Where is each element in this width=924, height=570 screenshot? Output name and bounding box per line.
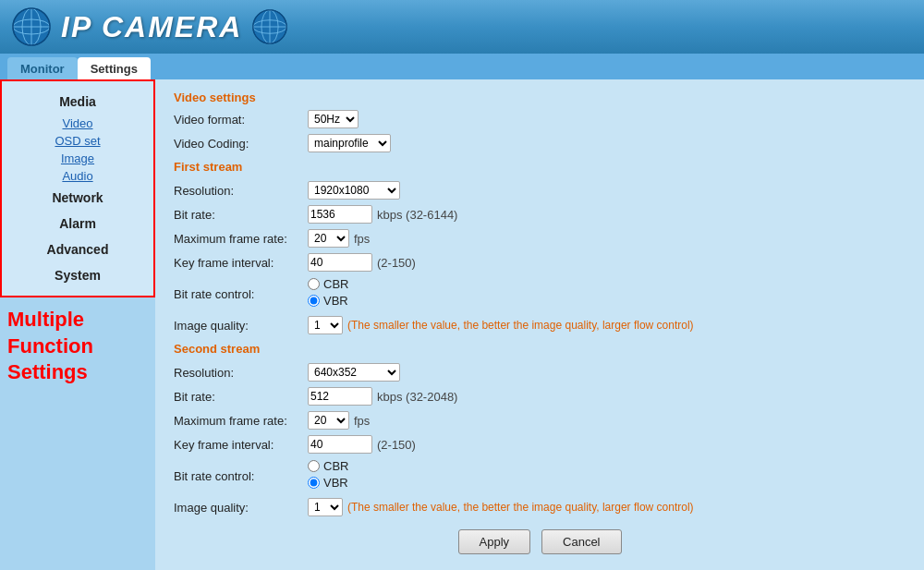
second-bitrate-control-row: Bit rate control: CBR VBR: [174, 459, 906, 492]
first-maxfps-label: Maximum frame rate:: [174, 232, 308, 246]
second-quality-hint: (The smaller the value, the better the i…: [347, 501, 694, 514]
video-format-label: Video format:: [174, 113, 308, 127]
first-keyframe-label: Key frame interval:: [174, 256, 308, 270]
second-bitrate-label: Bit rate:: [174, 390, 308, 404]
first-vbr-row: VBR: [308, 294, 348, 308]
app-title: IP CAMERA: [61, 10, 242, 44]
first-cbr-radio[interactable]: [308, 278, 320, 290]
second-stream-title: Second stream: [174, 342, 906, 356]
sidebar-section-system: System: [2, 262, 153, 288]
second-bitrate-control-label: Bit rate control:: [174, 469, 308, 483]
second-resolution-select[interactable]: 640x352 320x240 160x120: [308, 363, 400, 382]
second-cbr-row: CBR: [308, 459, 348, 473]
second-cbr-radio[interactable]: [308, 460, 320, 472]
second-maxfps-unit: fps: [354, 414, 370, 428]
first-keyframe-unit: (2-150): [377, 256, 416, 270]
sidebar-section-advanced: Advanced: [2, 236, 153, 262]
second-resolution-row: Resolution: 640x352 320x240 160x120: [174, 363, 906, 382]
second-quality-select[interactable]: 123456: [308, 498, 343, 516]
first-maxfps-unit: fps: [354, 232, 370, 246]
second-quality-label: Image quality:: [174, 501, 308, 515]
sidebar-section-alarm: Alarm: [2, 211, 153, 236]
first-keyframe-row: Key frame interval: (2-150): [174, 253, 906, 272]
first-cbr-label: CBR: [323, 277, 348, 291]
second-bitrate-input[interactable]: [308, 387, 372, 406]
first-maxfps-row: Maximum frame rate: 151015202530 fps: [174, 229, 906, 248]
second-bitrate-control-options: CBR VBR: [308, 459, 348, 492]
first-vbr-radio[interactable]: [308, 295, 320, 307]
apply-button[interactable]: Apply: [458, 529, 531, 554]
first-maxfps-select[interactable]: 151015202530: [308, 229, 349, 248]
video-settings-title: Video settings: [174, 91, 906, 104]
second-keyframe-row: Key frame interval: (2-150): [174, 435, 906, 454]
main-area: Media Video OSD set Image Audio Network …: [0, 79, 924, 570]
sidebar: Media Video OSD set Image Audio Network …: [0, 79, 155, 297]
sidebar-link-osdset[interactable]: OSD set: [2, 132, 153, 150]
content-area: Video settings Video format: 50Hz 60Hz V…: [155, 79, 924, 570]
second-bitrate-unit: kbps (32-2048): [377, 390, 457, 404]
second-resolution-label: Resolution:: [174, 366, 308, 380]
second-vbr-label: VBR: [323, 476, 348, 490]
sidebar-link-image[interactable]: Image: [2, 150, 153, 167]
second-maxfps-row: Maximum frame rate: 151015202530 fps: [174, 411, 906, 430]
second-vbr-radio[interactable]: [308, 477, 320, 489]
first-quality-label: Image quality:: [174, 319, 308, 333]
second-maxfps-label: Maximum frame rate:: [174, 414, 308, 428]
first-bitrate-control-row: Bit rate control: CBR VBR: [174, 277, 906, 310]
header: IP CAMERA: [0, 0, 924, 54]
first-keyframe-input[interactable]: [308, 253, 372, 272]
tab-settings[interactable]: Settings: [78, 57, 151, 79]
first-resolution-row: Resolution: 1920x1080 1280x720 640x480: [174, 181, 906, 200]
second-keyframe-label: Key frame interval:: [174, 438, 308, 452]
sidebar-link-audio[interactable]: Audio: [2, 167, 153, 185]
video-coding-row: Video Coding: mainprofile baseline high: [174, 134, 906, 152]
first-bitrate-control-label: Bit rate control:: [174, 287, 308, 301]
first-vbr-label: VBR: [323, 294, 348, 308]
sidebar-annotation: Multiple FunctionSettings: [0, 297, 155, 395]
first-bitrate-row: Bit rate: kbps (32-6144): [174, 205, 906, 224]
second-vbr-row: VBR: [308, 476, 348, 490]
video-format-row: Video format: 50Hz 60Hz: [174, 110, 906, 128]
second-keyframe-input[interactable]: [308, 435, 372, 454]
first-cbr-row: CBR: [308, 277, 348, 291]
globe-icon-left: [11, 6, 52, 47]
second-keyframe-unit: (2-150): [377, 438, 416, 452]
video-coding-label: Video Coding:: [174, 137, 308, 151]
first-resolution-select[interactable]: 1920x1080 1280x720 640x480: [308, 181, 400, 200]
first-stream-title: First stream: [174, 160, 906, 174]
sidebar-link-video[interactable]: Video: [2, 115, 153, 132]
second-quality-row: Image quality: 123456 (The smaller the v…: [174, 498, 906, 516]
button-row: Apply Cancel: [174, 529, 906, 554]
second-bitrate-row: Bit rate: kbps (32-2048): [174, 387, 906, 406]
sidebar-section-network: Network: [2, 185, 153, 211]
first-bitrate-input[interactable]: [308, 205, 372, 224]
first-quality-select[interactable]: 123456: [308, 316, 343, 334]
tab-monitor[interactable]: Monitor: [7, 57, 78, 79]
first-bitrate-label: Bit rate:: [174, 208, 308, 222]
video-coding-select[interactable]: mainprofile baseline high: [308, 134, 391, 152]
nav-tabs: Monitor Settings: [0, 54, 924, 79]
video-format-select[interactable]: 50Hz 60Hz: [308, 110, 359, 128]
first-bitrate-control-options: CBR VBR: [308, 277, 348, 310]
second-maxfps-select[interactable]: 151015202530: [308, 411, 349, 430]
first-quality-hint: (The smaller the value, the better the i…: [347, 319, 694, 332]
first-bitrate-unit: kbps (32-6144): [377, 208, 457, 222]
first-resolution-label: Resolution:: [174, 184, 308, 198]
first-quality-row: Image quality: 123456 (The smaller the v…: [174, 316, 906, 334]
cancel-button[interactable]: Cancel: [541, 529, 621, 554]
globe-icon-right: [251, 8, 288, 45]
second-cbr-label: CBR: [323, 459, 348, 473]
sidebar-section-media: Media: [2, 89, 153, 115]
